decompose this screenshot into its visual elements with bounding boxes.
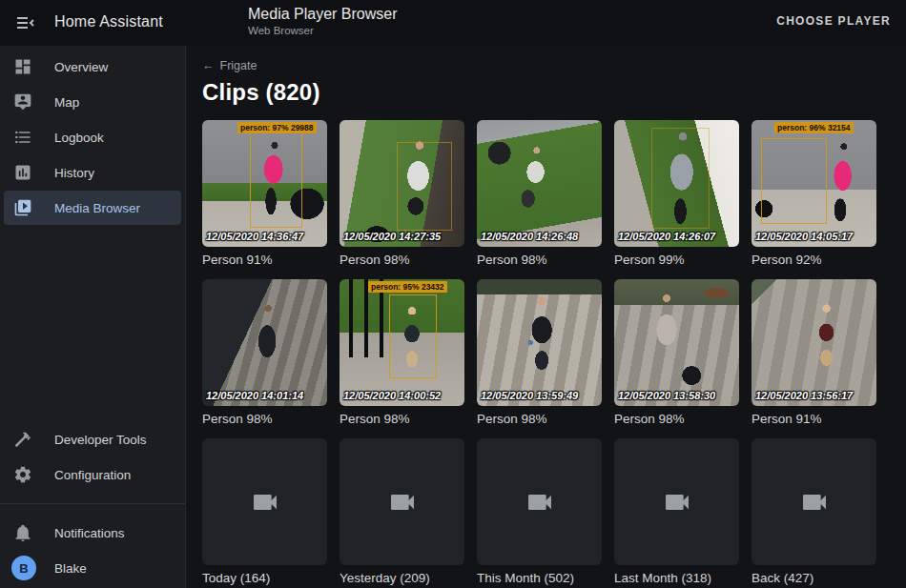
clip-timestamp: 12/05/2020 14:36:47 bbox=[206, 231, 303, 242]
clip-card[interactable]: 12/05/2020 14:27:35 Person 98% bbox=[340, 120, 464, 271]
clip-caption: Person 98% bbox=[202, 412, 327, 430]
choose-player-button[interactable]: CHOOSE PLAYER bbox=[776, 14, 891, 28]
folder-thumbnail bbox=[614, 438, 739, 565]
home-assistant-app: Home Assistant Media Player Browser Web … bbox=[0, 0, 906, 588]
clip-timestamp: 12/05/2020 13:59:49 bbox=[481, 390, 578, 401]
sidebar-item-label: Map bbox=[54, 95, 79, 110]
clip-card[interactable]: 12/05/2020 14:26:48 Person 98% bbox=[477, 120, 602, 271]
sidebar-divider bbox=[0, 503, 185, 504]
clip-thumbnail: 12/05/2020 14:26:07 bbox=[614, 120, 739, 247]
folder-caption: Last Month (318) bbox=[614, 571, 739, 588]
folder-card-last-month[interactable]: Last Month (318) bbox=[614, 438, 739, 588]
video-camera-icon bbox=[655, 487, 699, 517]
clip-card[interactable]: 12/05/2020 14:26:07 Person 99% bbox=[614, 120, 739, 271]
clip-card[interactable]: person: 97% 29988 12/05/2020 14:36:47 Pe… bbox=[202, 120, 327, 271]
detection-bbox bbox=[397, 142, 452, 231]
sidebar-item-developer-tools[interactable]: Developer Tools bbox=[4, 422, 181, 456]
clip-thumbnail: person: 97% 29988 12/05/2020 14:36:47 bbox=[202, 120, 327, 247]
sidebar-item-label: History bbox=[54, 166, 94, 180]
clip-caption: Person 92% bbox=[752, 253, 876, 271]
sidebar-item-label: Overview bbox=[54, 60, 108, 74]
sidebar-bottom: Developer Tools Configuration Notificati… bbox=[0, 421, 185, 586]
app-title: Home Assistant bbox=[54, 13, 163, 30]
clip-card[interactable]: 12/05/2020 13:59:49 Person 98% bbox=[477, 279, 602, 430]
breadcrumb-back[interactable]: ← Frigate bbox=[202, 59, 257, 72]
sidebar-item-media-browser[interactable]: Media Browser bbox=[4, 191, 181, 225]
folder-card-yesterday[interactable]: Yesterday (209) bbox=[340, 438, 464, 588]
clip-thumbnail: 12/05/2020 14:01:14 bbox=[202, 279, 327, 406]
sidebar-item-label: Configuration bbox=[54, 468, 131, 482]
tooltip-account-icon bbox=[13, 92, 32, 112]
cog-icon bbox=[13, 465, 32, 484]
clip-caption: Person 91% bbox=[752, 412, 876, 430]
sidebar-item-notifications[interactable]: Notifications bbox=[4, 516, 181, 550]
video-camera-icon bbox=[518, 487, 562, 517]
sidebar-item-map[interactable]: Map bbox=[4, 85, 181, 119]
folder-thumbnail bbox=[477, 438, 602, 565]
folder-caption: This Month (502) bbox=[477, 571, 602, 588]
clip-card[interactable]: 12/05/2020 13:58:30 Person 98% bbox=[614, 279, 739, 430]
video-camera-icon bbox=[243, 487, 287, 517]
clip-thumbnail: 12/05/2020 13:56:17 bbox=[752, 279, 876, 406]
sidebar-item-history[interactable]: History bbox=[4, 155, 181, 190]
clip-thumbnail: 12/05/2020 14:26:48 bbox=[477, 120, 602, 247]
detection-bbox bbox=[250, 132, 302, 228]
sidebar-item-label: Notifications bbox=[54, 526, 125, 540]
folder-caption: Today (164) bbox=[202, 571, 327, 588]
sidebar-item-logbook[interactable]: Logbook bbox=[4, 120, 181, 154]
breadcrumb-label: Frigate bbox=[220, 59, 257, 72]
clip-caption: Person 98% bbox=[340, 253, 464, 271]
sidebar-toggle-icon bbox=[13, 11, 36, 34]
clip-card[interactable]: 12/05/2020 14:01:14 Person 98% bbox=[202, 279, 327, 430]
page-title-block: Media Player Browser Web Browser bbox=[248, 6, 398, 36]
sidebar-nav: Overview Map Logbook History Media Brows… bbox=[0, 46, 185, 225]
media-browser-content: ← Frigate Clips (820) person: 97% 29988 … bbox=[187, 46, 906, 588]
folder-card-back[interactable]: Back (427) bbox=[752, 438, 876, 588]
folder-card-today[interactable]: Today (164) bbox=[202, 438, 327, 588]
clip-card[interactable]: person: 95% 23432 12/05/2020 14:00:52 Pe… bbox=[340, 279, 464, 430]
clip-timestamp: 12/05/2020 13:56:17 bbox=[755, 390, 853, 401]
video-camera-icon bbox=[381, 487, 424, 517]
clip-thumbnail: person: 96% 32154 12/05/2020 14:05:17 bbox=[752, 120, 876, 247]
sidebar-item-profile[interactable]: B Blake bbox=[4, 551, 181, 585]
folder-caption: Yesterday (209) bbox=[340, 571, 464, 588]
clip-caption: Person 91% bbox=[202, 253, 327, 271]
clip-caption: Person 98% bbox=[614, 412, 739, 430]
folder-thumbnail bbox=[340, 438, 464, 565]
sidebar-item-label: Logbook bbox=[54, 131, 104, 145]
play-box-multiple-icon bbox=[13, 198, 32, 217]
clip-caption: Person 99% bbox=[614, 253, 739, 271]
clip-caption: Person 98% bbox=[477, 253, 602, 271]
detection-bbox bbox=[761, 138, 826, 224]
detection-bbox bbox=[389, 294, 437, 378]
clip-timestamp: 12/05/2020 14:00:52 bbox=[343, 390, 441, 401]
sidebar: Overview Map Logbook History Media Brows… bbox=[0, 46, 186, 588]
detection-label: person: 95% 23432 bbox=[368, 281, 447, 293]
detection-bbox bbox=[651, 128, 709, 229]
video-camera-icon bbox=[793, 487, 836, 517]
clip-timestamp: 12/05/2020 13:58:30 bbox=[618, 390, 715, 401]
page-subtitle: Web Browser bbox=[248, 25, 398, 36]
clip-timestamp: 12/05/2020 14:05:17 bbox=[755, 231, 853, 242]
clip-thumbnail: 12/05/2020 14:27:35 bbox=[340, 120, 464, 247]
hammer-icon bbox=[13, 430, 32, 449]
chart-box-icon bbox=[13, 163, 32, 182]
clip-thumbnail: 12/05/2020 13:59:49 bbox=[477, 279, 602, 406]
sidebar-item-label: Media Browser bbox=[54, 201, 140, 215]
clips-grid: person: 97% 29988 12/05/2020 14:36:47 Pe… bbox=[202, 120, 906, 588]
format-list-bulleted-icon bbox=[13, 128, 32, 147]
folder-card-this-month[interactable]: This Month (502) bbox=[477, 438, 602, 588]
bell-icon bbox=[13, 523, 32, 542]
sidebar-item-label: Developer Tools bbox=[54, 433, 147, 447]
sidebar-toggle-button[interactable] bbox=[13, 11, 36, 34]
top-app-bar: Home Assistant Media Player Browser Web … bbox=[0, 0, 906, 46]
page-heading: Clips (820) bbox=[202, 79, 906, 106]
sidebar-item-overview[interactable]: Overview bbox=[4, 50, 181, 84]
folder-thumbnail bbox=[202, 438, 327, 565]
clip-card[interactable]: person: 96% 32154 12/05/2020 14:05:17 Pe… bbox=[752, 120, 876, 271]
folder-thumbnail bbox=[752, 438, 876, 565]
clip-caption: Person 98% bbox=[340, 412, 464, 430]
clip-timestamp: 12/05/2020 14:01:14 bbox=[206, 390, 303, 401]
sidebar-item-configuration[interactable]: Configuration bbox=[4, 457, 181, 492]
clip-card[interactable]: 12/05/2020 13:56:17 Person 91% bbox=[752, 279, 876, 430]
